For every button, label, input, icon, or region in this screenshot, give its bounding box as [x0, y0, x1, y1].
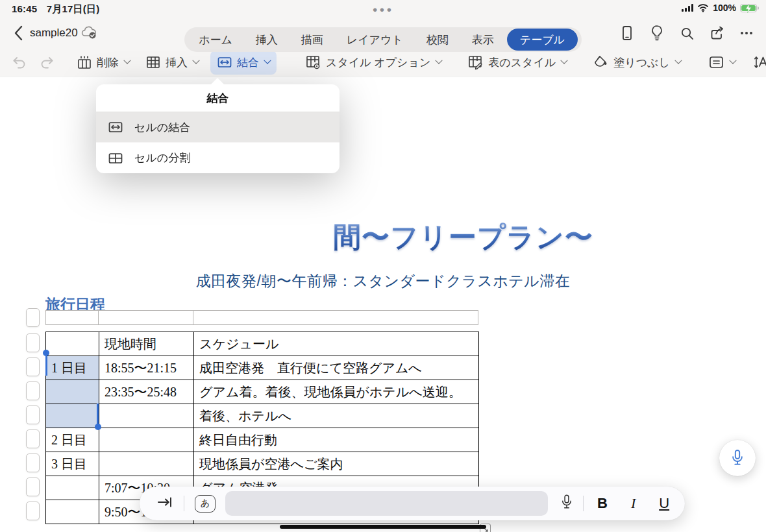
table-cell-selected[interactable]: 1 日目	[46, 356, 99, 380]
popover-title: 結合	[96, 84, 340, 112]
tab-insert[interactable]: 挿入	[244, 27, 290, 52]
bold-button[interactable]: B	[597, 495, 608, 512]
table-cell[interactable]	[99, 428, 194, 452]
more-button[interactable]	[735, 23, 758, 43]
row-grip[interactable]	[26, 357, 40, 376]
selection-handle-bottom-line[interactable]	[97, 404, 99, 425]
row-grip[interactable]	[26, 478, 40, 496]
share-icon	[709, 25, 724, 41]
row-grip[interactable]	[26, 429, 40, 448]
tab-view[interactable]: 表示	[460, 27, 506, 52]
table-row: 着後、ホテルへ	[46, 404, 479, 428]
table-cell[interactable]: 18:55〜21:15	[99, 356, 194, 380]
table-cell-selected[interactable]	[46, 404, 99, 428]
tab-table[interactable]: テーブル	[507, 29, 578, 51]
dictation-floating-button[interactable]	[719, 440, 756, 476]
row-grip[interactable]	[26, 381, 40, 400]
underline-button[interactable]: U	[659, 495, 669, 512]
table-cell-selected[interactable]	[46, 380, 99, 404]
table-cell[interactable]: 23:35〜25:48	[99, 380, 194, 404]
phone-icon	[621, 25, 634, 41]
table-cell[interactable]: 現地時間	[99, 332, 194, 356]
row-grip[interactable]	[26, 308, 40, 327]
share-button[interactable]	[705, 23, 728, 43]
tab-layout[interactable]: レイアウト	[335, 27, 415, 52]
menu-item-merge-cells[interactable]: セルの結合	[96, 112, 340, 143]
menu-item-label: セルの結合	[134, 120, 190, 135]
column-grip[interactable]	[99, 310, 193, 325]
table-cell[interactable]: スケジュール	[194, 332, 479, 356]
back-button[interactable]	[9, 24, 27, 42]
column-grip[interactable]	[45, 310, 99, 325]
battery-percent: 100%	[713, 3, 736, 13]
mobile-view-button[interactable]	[615, 23, 639, 43]
tab-draw[interactable]: 描画	[290, 27, 335, 52]
text-direction-icon	[752, 54, 766, 71]
menu-item-label: セルの分割	[134, 151, 190, 165]
redo-icon	[39, 55, 55, 69]
tab-key-button[interactable]	[156, 495, 173, 512]
table-cell[interactable]	[46, 500, 99, 524]
paint-bucket-icon	[593, 54, 609, 70]
menu-item-split-cells[interactable]: セルの分割	[96, 143, 340, 173]
table-style-button[interactable]: 表のスタイル	[467, 54, 567, 71]
table-cell[interactable]: 終日自由行動	[194, 428, 479, 452]
split-cells-icon	[108, 151, 123, 165]
tab-home[interactable]: ホーム	[187, 27, 244, 52]
selection-handle-bottom[interactable]	[95, 424, 101, 430]
tab-review[interactable]: 校閲	[415, 27, 460, 52]
redo-button[interactable]	[39, 55, 55, 69]
delete-label: 削除	[97, 55, 119, 70]
table-cell[interactable]	[99, 404, 194, 428]
document-title[interactable]: sample20	[30, 27, 78, 40]
undo-button[interactable]	[12, 55, 27, 69]
home-indicator[interactable]	[280, 525, 486, 529]
prediction-bar[interactable]	[225, 491, 548, 516]
tell-me-button[interactable]	[645, 23, 669, 43]
style-options-button[interactable]: スタイル オプション	[305, 54, 441, 71]
battery-charging-icon	[740, 4, 757, 12]
divider	[184, 496, 184, 511]
search-button[interactable]	[675, 23, 698, 43]
italic-button[interactable]: I	[631, 495, 636, 512]
table-cell[interactable]: 成田空港発 直行便にて空路グアムへ	[194, 356, 479, 380]
document-wordart-title[interactable]: 間〜フリープラン〜	[333, 219, 593, 256]
table-row: 2 日目 終日自由行動	[46, 428, 479, 452]
merge-menu-button[interactable]: 結合	[210, 51, 277, 75]
selection-handle-top-line[interactable]	[45, 356, 47, 376]
row-grip[interactable]	[26, 502, 40, 520]
document-subtitle[interactable]: 成田夜発/朝〜午前帰：スタンダードクラスホテル滞在	[0, 271, 766, 291]
kana-input-button[interactable]: あ	[195, 495, 216, 513]
table-cell[interactable]	[46, 476, 99, 500]
table-cell[interactable]: 2 日目	[46, 428, 99, 452]
insert-menu-button[interactable]: 挿入	[145, 54, 199, 70]
shading-button[interactable]: 塗りつぶし	[593, 54, 681, 70]
text-direction-button[interactable]	[752, 54, 766, 71]
status-bar: 16:45 7月17日(日) ●●● 100%	[0, 0, 766, 18]
column-grip[interactable]	[193, 310, 478, 325]
table-cell[interactable]: 着後、ホテルへ	[194, 404, 479, 428]
search-icon	[680, 26, 695, 41]
shading-label: 塗りつぶし	[613, 55, 670, 70]
merge-cells-icon	[108, 120, 123, 134]
row-grip[interactable]	[26, 333, 40, 352]
table-cell[interactable]: 現地係員が空港へご案内	[194, 452, 479, 476]
table-column-grips[interactable]	[45, 310, 478, 325]
chevron-down-icon	[264, 57, 271, 64]
chevron-down-icon	[436, 57, 443, 64]
table-row: 1 日目 18:55〜21:15 成田空港発 直行便にて空路グアムへ	[46, 356, 479, 380]
table-cell[interactable]: グアム着。着後、現地係員がホテルへ送迎。	[194, 380, 479, 404]
row-grip[interactable]	[26, 453, 40, 472]
row-grip[interactable]	[26, 405, 40, 424]
delete-table-icon	[77, 54, 92, 70]
table-cell[interactable]	[99, 452, 194, 476]
table-cell[interactable]	[46, 332, 99, 356]
tab-key-icon	[156, 495, 173, 509]
merge-popover: 結合 セルの結合 セルの分割	[96, 84, 340, 173]
delete-menu-button[interactable]: 削除	[77, 54, 130, 70]
dictation-button-inline[interactable]	[560, 493, 573, 514]
cell-alignment-button[interactable]	[708, 54, 735, 70]
ipad-screen: 16:45 7月17日(日) ●●● 100%	[0, 0, 766, 532]
multitask-handle-icon[interactable]: ●●●	[373, 5, 394, 14]
table-cell[interactable]: 3 日目	[46, 452, 99, 476]
